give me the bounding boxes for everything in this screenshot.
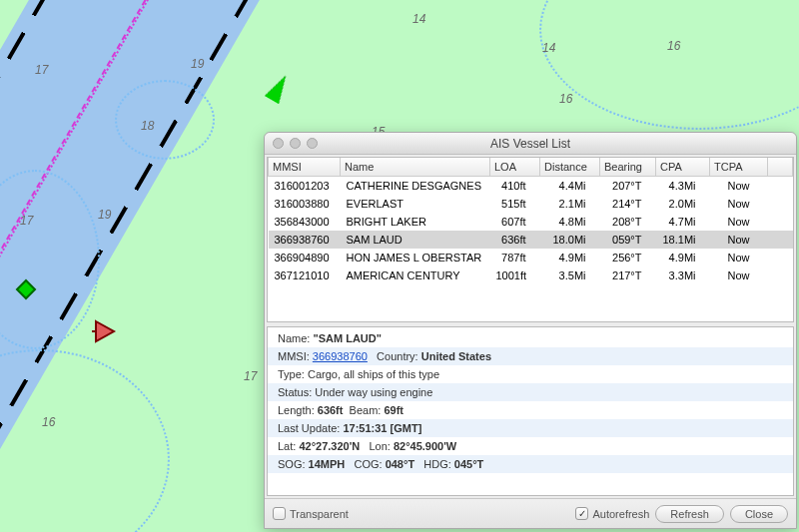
depth-sounding: 17 xyxy=(35,63,48,77)
detail-last-update: 17:51:31 [GMT] xyxy=(343,422,421,434)
depth-sounding: 19 xyxy=(191,57,204,71)
svg-marker-1 xyxy=(96,321,114,341)
depth-contour xyxy=(0,349,170,532)
table-row[interactable]: 367121010AMERICAN CENTURY1001ft3.5Mi217°… xyxy=(269,266,793,284)
detail-beam: 69ft xyxy=(384,404,403,416)
depth-sounding: 18 xyxy=(141,119,154,133)
depth-sounding: 16 xyxy=(667,39,680,53)
ais-vessel-list-dialog: AIS Vessel List MMSINameLOADistanceBeari… xyxy=(264,132,797,529)
depth-sounding: 16 xyxy=(559,92,572,106)
column-header-mmsi[interactable]: MMSI xyxy=(269,158,341,177)
table-row[interactable]: 356843000BRIGHT LAKER607ft4.8Mi208°T4.7M… xyxy=(269,213,793,231)
table-row[interactable]: 316003880EVERLAST515ft2.1Mi214°T2.0MiNow xyxy=(269,195,793,213)
detail-sog: 14MPH xyxy=(309,458,346,470)
zoom-icon[interactable] xyxy=(307,138,318,149)
depth-sounding: 17 xyxy=(20,214,33,228)
vessel-details-panel: Name: "SAM LAUD" MMSI: 366938760 Country… xyxy=(267,326,794,496)
detail-lon: 82°45.900'W xyxy=(394,440,456,452)
vessel-table: MMSINameLOADistanceBearingCPATCPA 316001… xyxy=(267,157,794,322)
svg-marker-0 xyxy=(17,280,35,298)
minimize-icon[interactable] xyxy=(290,138,301,149)
detail-type: Cargo, all ships of this type xyxy=(308,368,439,380)
depth-sounding: 14 xyxy=(542,41,555,55)
transparent-checkbox[interactable]: Transparent xyxy=(273,507,349,520)
dialog-footer: Transparent ✓ Autorefresh Refresh Close xyxy=(265,498,796,528)
detail-cog: 048°T xyxy=(386,458,414,470)
depth-contour xyxy=(115,80,215,160)
column-header-name[interactable]: Name xyxy=(341,158,490,177)
close-button[interactable]: Close xyxy=(730,505,788,523)
depth-sounding: 19 xyxy=(98,208,111,222)
vessel-target-icon[interactable] xyxy=(265,72,293,104)
column-header-bearing[interactable]: Bearing xyxy=(600,158,656,177)
depth-sounding: 14 xyxy=(412,12,425,26)
column-header-distance[interactable]: Distance xyxy=(540,158,600,177)
detail-status: Under way using engine xyxy=(315,386,432,398)
detail-country: United States xyxy=(421,350,491,362)
nav-aid-green-icon[interactable] xyxy=(14,277,38,301)
table-row[interactable]: 366904890HON JAMES L OBERSTAR787ft4.9Mi2… xyxy=(269,249,793,266)
detail-hdg: 045°T xyxy=(454,458,483,470)
nav-aid-red-icon[interactable] xyxy=(92,317,118,347)
table-row[interactable]: 316001203CATHERINE DESGAGNES410ft4.4Mi20… xyxy=(269,177,793,196)
depth-contour xyxy=(539,0,799,130)
detail-mmsi-link[interactable]: 366938760 xyxy=(313,350,368,362)
table-row[interactable]: 366938760SAM LAUD636ft18.0Mi059°T18.1MiN… xyxy=(269,231,793,249)
dialog-title: AIS Vessel List xyxy=(265,137,796,151)
detail-length: 636ft xyxy=(318,404,344,416)
autorefresh-checkbox[interactable]: ✓ Autorefresh xyxy=(575,507,649,520)
depth-sounding: 16 xyxy=(42,415,55,429)
dialog-titlebar[interactable]: AIS Vessel List xyxy=(265,133,796,155)
detail-lat: 42°27.320'N xyxy=(299,440,360,452)
refresh-button[interactable]: Refresh xyxy=(655,505,724,523)
column-header-cpa[interactable]: CPA xyxy=(656,158,710,177)
close-icon[interactable] xyxy=(273,138,284,149)
detail-name: "SAM LAUD" xyxy=(313,332,381,344)
column-header-tcpa[interactable]: TCPA xyxy=(710,158,768,177)
column-header-loa[interactable]: LOA xyxy=(490,158,540,177)
depth-sounding: 17 xyxy=(244,369,257,383)
